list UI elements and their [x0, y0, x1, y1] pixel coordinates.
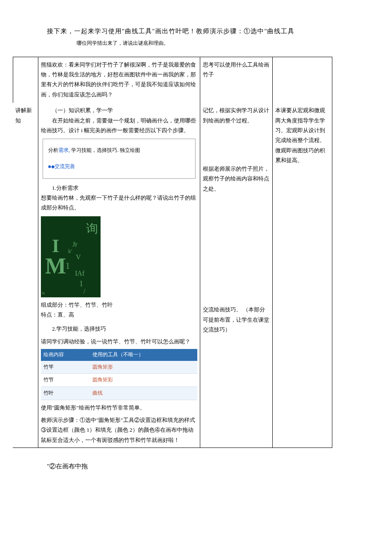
section-label-b: 知 — [15, 117, 21, 124]
col4-a: 本课要从宏观和微观两大角度指导学生学习。宏观即从设计到完成绘画整个流程。微观即画… — [275, 105, 329, 165]
steps-line-2: ■◆交流完善 — [48, 162, 190, 171]
glyph-a: 询 — [86, 218, 98, 239]
tools-table: 绘画内容 使用的工具（不唯一） 竹竿 圆角矩形 竹节 圆角矩彩 竹叶 曲线 — [41, 349, 197, 400]
glyph-frac: ⅛ — [42, 290, 45, 296]
section-label-a: 讲解新 — [15, 107, 32, 113]
sub2-body: 请同学们调动经验，说一说竹竿、竹节、竹叶可以怎么画呢？ — [41, 337, 197, 346]
page-heading-line-2: 哪位同学猜出来了，请说出谜底和理由。 — [13, 39, 379, 48]
table-h2: 使用的工具（不唯一） — [90, 349, 197, 361]
lesson-grid: 熊猫欢欢：看来同学们对于竹子了解很深啊，竹子是我最爱的食物，竹林是我生活的地方，… — [13, 57, 379, 448]
col1-spacer-top — [13, 57, 38, 103]
design-intent-cell: 本课要从宏观和微观两大角度指导学生学习。宏观即从设计到完成绘画整个流程。微观即画… — [273, 103, 332, 448]
sub1-body: 想要绘画竹林，先观察一下竹子是什么样的呢？请说出竹子的组成部分和特点。 — [41, 193, 197, 213]
glyph-c: M — [45, 246, 66, 286]
glyph-d: Jr — [72, 238, 78, 251]
col3-b: 根据老师展示的竹子照片，观察竹子的绘画内容和特点之处。 — [203, 164, 270, 194]
page-bottom-fragment: "②在画布中拖 — [13, 461, 379, 472]
sub2-title: 2.学习技能，选择技巧 — [41, 324, 197, 334]
think-text: 思考可以使用什么工具绘画竹子 — [203, 60, 270, 80]
col3-c: 交流绘画技巧。 （本部分可提前布置，让学生在课堂交流技巧） — [203, 305, 270, 334]
glyph-j: / — [84, 285, 85, 297]
bamboo-image: 询 I M Jr k' V 1 IAf 1 / ⅛ — [41, 216, 101, 297]
table-row: 竹竿 圆角矩形 — [41, 361, 197, 374]
panda-dialog-cell: 熊猫欢欢：看来同学们对于竹子了解很深啊，竹子是我最爱的食物，竹林是我生活的地方，… — [38, 57, 200, 103]
after-a: 使用"圆角矩形"绘画竹竿和竹节非常简单。 — [41, 403, 197, 413]
steps-marker-icon: ■◆ — [48, 164, 55, 169]
glyph-g: 1 — [66, 258, 70, 273]
sub1-title: 1.分析需求 — [41, 183, 197, 193]
glyph-f: V — [76, 251, 81, 264]
cell-tool: 圆角矩彩 — [90, 374, 197, 387]
col4-spacer-top — [273, 57, 332, 103]
table-row: 竹节 圆角矩彩 — [41, 374, 197, 387]
page-heading-line-1: 接下来，一起来学习使用"曲线工具"画出竹叶吧！教师演示步骤：①选中"曲线工具 — [13, 26, 379, 37]
steps-line-1a: 分析 — [48, 147, 58, 153]
col3-a: 记忆，根据实例学习从设计到绘画的整个过程。 — [203, 105, 270, 125]
table-header-row: 绘画内容 使用的工具（不唯一） — [41, 349, 197, 361]
glyph-e: k' — [68, 246, 72, 256]
steps-line-1b: 学习技能，选择技巧. 独立绘图 — [71, 147, 140, 153]
steps-link: 需求, — [58, 147, 70, 153]
steps-box: 分析需求, 学习技能，选择技巧. 独立绘图 ■◆交流完善 — [43, 139, 196, 178]
cell-name: 竹竿 — [41, 361, 90, 374]
steps-line-2-text: 交流完善 — [55, 163, 75, 169]
cell-name: 竹节 — [41, 374, 90, 387]
table-row: 竹叶 曲线 — [41, 387, 197, 400]
cell-tool: 曲线 — [90, 387, 197, 400]
feature-line: 特点：直、高 — [41, 310, 197, 320]
panda-dialog-text: 熊猫欢欢：看来同学们对于竹子了解很深啊，竹子是我最爱的食物，竹林是我生活的地方，… — [41, 60, 197, 100]
section-label-cell: 讲解新 知 — [13, 103, 38, 448]
cell-tool: 圆角矩形 — [90, 361, 197, 374]
think-cell: 思考可以使用什么工具绘画竹子 — [200, 57, 273, 103]
glyph-i: 1 — [79, 277, 83, 291]
main-content-cell: （一）知识积累，学一学 在开始绘画之前，需要做一个规划，明确画什么，使用哪些绘画… — [38, 103, 200, 448]
after-b: 教师演示步骤：①选中"圆角矩形"工具②设置边框和填充的样式③设置边框（颜色 1）… — [41, 415, 197, 445]
steps-line-1: 分析需求, 学习技能，选择技巧. 独立绘图 — [48, 146, 190, 155]
after-table-block: 使用"圆角矩形"绘画竹竿和竹节非常简单。 教师演示步骤：①选中"圆角矩形"工具②… — [41, 403, 197, 445]
student-activity-cell: 记忆，根据实例学习从设计到绘画的整个过程。 根据老师展示的竹子照片，观察竹子的绘… — [200, 103, 273, 448]
cell-name: 竹叶 — [41, 387, 90, 400]
intro-paragraph: 在开始绘画之前，需要做一个规划，明确画什么，使用哪些绘画技巧。设计 i 幅完美的… — [41, 116, 197, 136]
subsection-title: （一）知识积累，学一学 — [41, 105, 197, 115]
table-h1: 绘画内容 — [41, 349, 90, 361]
parts-line: 组成部分：竹竿、竹节、竹叶 — [41, 300, 197, 310]
